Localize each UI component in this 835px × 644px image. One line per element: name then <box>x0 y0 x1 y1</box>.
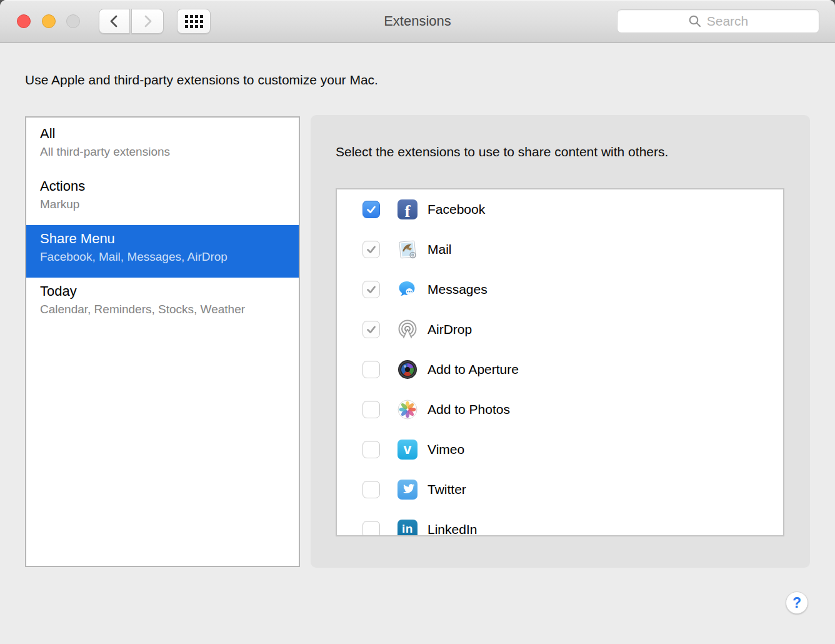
share-menu-panel: Select the extensions to use to share co… <box>311 115 810 568</box>
twitter-checkbox[interactable] <box>362 481 380 498</box>
extension-row-vimeo[interactable]: vVimeo <box>337 430 783 470</box>
add-to-aperture-checkbox[interactable] <box>362 361 380 378</box>
intro-text: Use Apple and third-party extensions to … <box>25 73 378 88</box>
extension-row-twitter[interactable]: Twitter <box>337 470 783 510</box>
sidebar: AllAll third-party extensionsActionsMark… <box>25 116 300 567</box>
sidebar-item-share-menu[interactable]: Share MenuFacebook, Mail, Messages, AirD… <box>26 225 299 278</box>
extension-label: LinkedIn <box>428 522 477 536</box>
extension-row-facebook[interactable]: fFacebook <box>337 189 783 229</box>
extension-row-linkedin[interactable]: inLinkedIn <box>337 510 783 536</box>
sidebar-item-subtitle: Calendar, Reminders, Stocks, Weather <box>40 301 292 318</box>
sidebar-item-title: Actions <box>40 176 292 196</box>
sidebar-item-today[interactable]: TodayCalendar, Reminders, Stocks, Weathe… <box>26 278 299 330</box>
forward-button <box>131 9 164 34</box>
extensions-window: Extensions Search Use Apple and third-pa… <box>0 0 835 644</box>
sidebar-item-title: Share Menu <box>40 229 292 249</box>
extension-label: Mail <box>428 242 452 257</box>
add-to-photos-checkbox[interactable] <box>362 401 380 418</box>
sidebar-item-subtitle: Facebook, Mail, Messages, AirDrop <box>40 249 292 265</box>
aperture-icon <box>398 360 418 380</box>
back-button[interactable] <box>99 9 130 34</box>
chevron-left-icon <box>108 14 121 29</box>
extension-label: Add to Photos <box>428 402 510 417</box>
extension-label: Vimeo <box>428 442 464 457</box>
show-all-grid-icon <box>185 15 203 28</box>
twitter-icon <box>398 480 418 500</box>
extension-label: Messages <box>428 282 488 297</box>
facebook-icon: f <box>398 199 418 219</box>
airdrop-icon <box>398 319 418 340</box>
search-icon <box>688 14 702 28</box>
show-all-button[interactable] <box>177 9 211 34</box>
extension-row-mail[interactable]: Mail <box>337 229 783 269</box>
extension-row-messages[interactable]: Messages <box>337 269 783 309</box>
zoom-button <box>66 14 80 28</box>
extension-row-add-to-photos[interactable]: Add to Photos <box>337 390 783 430</box>
extension-label: AirDrop <box>428 322 472 337</box>
messages-icon <box>398 279 418 299</box>
mail-checkbox <box>362 241 380 258</box>
extensions-list: fFacebookMailMessagesAirDropAdd to Apert… <box>336 188 784 536</box>
sidebar-item-actions[interactable]: ActionsMarkup <box>26 173 299 225</box>
sidebar-item-title: Today <box>40 281 292 301</box>
titlebar: Extensions Search <box>0 0 835 43</box>
minimize-button[interactable] <box>42 14 56 28</box>
linkedin-checkbox[interactable] <box>362 521 380 536</box>
sidebar-item-title: All <box>40 124 292 144</box>
messages-checkbox <box>362 281 380 298</box>
chevron-right-icon <box>141 14 154 29</box>
extension-label: Add to Aperture <box>428 362 519 377</box>
search-input[interactable]: Search <box>617 9 819 33</box>
airdrop-checkbox <box>362 321 380 338</box>
sidebar-item-subtitle: Markup <box>40 196 292 213</box>
vimeo-icon: v <box>398 440 418 460</box>
help-button[interactable]: ? <box>786 591 808 614</box>
search-placeholder: Search <box>707 14 749 29</box>
close-button[interactable] <box>17 14 31 28</box>
mail-icon <box>398 239 418 259</box>
vimeo-checkbox[interactable] <box>362 441 380 458</box>
extension-row-airdrop[interactable]: AirDrop <box>337 309 783 350</box>
extension-label: Facebook <box>428 202 485 217</box>
sidebar-item-subtitle: All third-party extensions <box>40 144 292 160</box>
panel-heading: Select the extensions to use to share co… <box>336 144 668 159</box>
extension-label: Twitter <box>428 482 466 497</box>
facebook-checkbox[interactable] <box>362 201 380 218</box>
photos-icon <box>398 400 418 420</box>
extension-row-add-to-aperture[interactable]: Add to Aperture <box>337 350 783 390</box>
linkedin-icon: in <box>398 520 418 536</box>
sidebar-item-all[interactable]: AllAll third-party extensions <box>26 120 299 173</box>
